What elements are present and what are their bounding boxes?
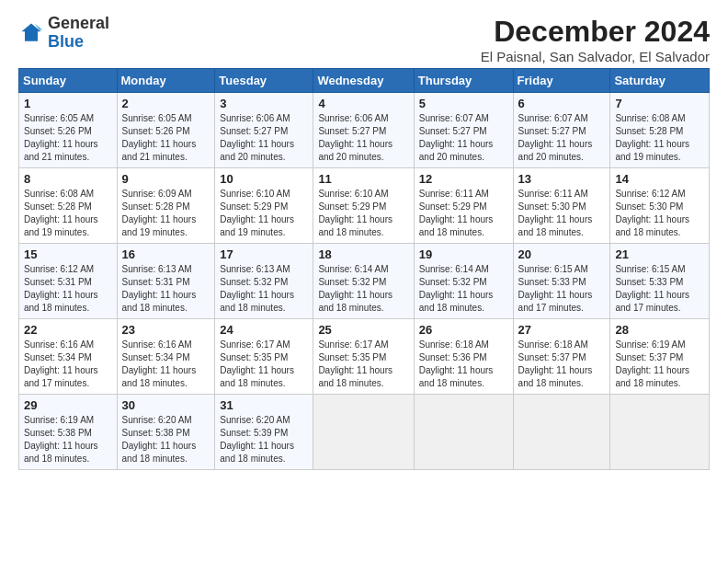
table-cell: 23Sunrise: 6:16 AM Sunset: 5:34 PM Dayli… (117, 319, 215, 395)
day-info: Sunrise: 6:18 AM Sunset: 5:37 PM Dayligh… (518, 339, 606, 390)
logo-text: General Blue (48, 15, 109, 52)
table-cell: 5Sunrise: 6:07 AM Sunset: 5:27 PM Daylig… (414, 93, 513, 168)
logo-blue: Blue (48, 32, 84, 51)
day-number: 5 (419, 97, 508, 110)
day-info: Sunrise: 6:15 AM Sunset: 5:33 PM Dayligh… (615, 263, 704, 315)
day-info: Sunrise: 6:11 AM Sunset: 5:30 PM Dayligh… (518, 188, 606, 239)
day-number: 4 (318, 97, 408, 110)
table-cell: 12Sunrise: 6:11 AM Sunset: 5:29 PM Dayli… (414, 168, 513, 244)
day-info: Sunrise: 6:11 AM Sunset: 5:29 PM Dayligh… (419, 188, 508, 239)
day-number: 10 (220, 172, 308, 186)
table-cell: 13Sunrise: 6:11 AM Sunset: 5:30 PM Dayli… (513, 168, 610, 244)
table-cell: 28Sunrise: 6:19 AM Sunset: 5:37 PM Dayli… (610, 319, 710, 395)
day-number: 24 (220, 323, 308, 337)
day-number: 13 (518, 172, 606, 186)
table-cell: 6Sunrise: 6:07 AM Sunset: 5:27 PM Daylig… (513, 93, 610, 168)
calendar-week-2: 8Sunrise: 6:08 AM Sunset: 5:28 PM Daylig… (19, 168, 710, 244)
day-number: 23 (122, 323, 210, 337)
day-info: Sunrise: 6:10 AM Sunset: 5:29 PM Dayligh… (220, 188, 308, 239)
day-number: 28 (615, 323, 704, 337)
day-info: Sunrise: 6:15 AM Sunset: 5:33 PM Dayligh… (518, 263, 606, 315)
table-cell: 8Sunrise: 6:08 AM Sunset: 5:28 PM Daylig… (19, 168, 118, 244)
day-number: 17 (220, 247, 308, 261)
day-info: Sunrise: 6:17 AM Sunset: 5:35 PM Dayligh… (318, 339, 408, 390)
table-cell: 29Sunrise: 6:19 AM Sunset: 5:38 PM Dayli… (19, 395, 118, 470)
table-cell (513, 395, 610, 470)
day-info: Sunrise: 6:17 AM Sunset: 5:35 PM Dayligh… (220, 339, 308, 390)
day-info: Sunrise: 6:10 AM Sunset: 5:29 PM Dayligh… (318, 188, 408, 239)
location-title: El Paisnal, San Salvador, El Salvador (481, 49, 710, 64)
table-cell: 25Sunrise: 6:17 AM Sunset: 5:35 PM Dayli… (313, 319, 414, 395)
day-number: 25 (318, 323, 408, 337)
day-info: Sunrise: 6:13 AM Sunset: 5:31 PM Dayligh… (122, 263, 210, 315)
day-number: 15 (24, 247, 112, 261)
table-cell: 24Sunrise: 6:17 AM Sunset: 5:35 PM Dayli… (215, 319, 313, 395)
header: General Blue December 2024 El Paisnal, S… (18, 15, 710, 64)
day-info: Sunrise: 6:12 AM Sunset: 5:31 PM Dayligh… (24, 263, 112, 315)
day-info: Sunrise: 6:19 AM Sunset: 5:37 PM Dayligh… (615, 339, 704, 390)
day-number: 1 (24, 97, 112, 110)
header-row: Sunday Monday Tuesday Wednesday Thursday… (19, 69, 710, 93)
col-saturday: Saturday (610, 69, 710, 93)
svg-marker-0 (22, 23, 41, 40)
table-cell: 31Sunrise: 6:20 AM Sunset: 5:39 PM Dayli… (215, 395, 313, 470)
day-number: 12 (419, 172, 508, 186)
calendar-body: 1Sunrise: 6:05 AM Sunset: 5:26 PM Daylig… (19, 93, 710, 470)
table-cell: 20Sunrise: 6:15 AM Sunset: 5:33 PM Dayli… (513, 244, 610, 319)
table-cell (610, 395, 710, 470)
day-info: Sunrise: 6:19 AM Sunset: 5:38 PM Dayligh… (24, 414, 112, 465)
col-friday: Friday (513, 69, 610, 93)
table-cell: 7Sunrise: 6:08 AM Sunset: 5:28 PM Daylig… (610, 93, 710, 168)
day-info: Sunrise: 6:14 AM Sunset: 5:32 PM Dayligh… (318, 263, 408, 315)
col-monday: Monday (117, 69, 215, 93)
logo-icon (18, 20, 44, 46)
day-info: Sunrise: 6:05 AM Sunset: 5:26 PM Dayligh… (24, 112, 112, 164)
day-number: 3 (220, 97, 308, 110)
table-cell: 2Sunrise: 6:05 AM Sunset: 5:26 PM Daylig… (117, 93, 215, 168)
day-info: Sunrise: 6:12 AM Sunset: 5:30 PM Dayligh… (615, 188, 704, 239)
table-cell: 14Sunrise: 6:12 AM Sunset: 5:30 PM Dayli… (610, 168, 710, 244)
table-cell: 30Sunrise: 6:20 AM Sunset: 5:38 PM Dayli… (117, 395, 215, 470)
calendar-header: Sunday Monday Tuesday Wednesday Thursday… (19, 69, 710, 93)
table-cell: 3Sunrise: 6:06 AM Sunset: 5:27 PM Daylig… (215, 93, 313, 168)
day-number: 7 (615, 97, 704, 110)
month-title: December 2024 (481, 15, 710, 49)
day-info: Sunrise: 6:06 AM Sunset: 5:27 PM Dayligh… (318, 112, 408, 164)
day-number: 29 (24, 398, 112, 412)
calendar-week-3: 15Sunrise: 6:12 AM Sunset: 5:31 PM Dayli… (19, 244, 710, 319)
day-info: Sunrise: 6:18 AM Sunset: 5:36 PM Dayligh… (419, 339, 508, 390)
table-cell: 9Sunrise: 6:09 AM Sunset: 5:28 PM Daylig… (117, 168, 215, 244)
table-cell: 27Sunrise: 6:18 AM Sunset: 5:37 PM Dayli… (513, 319, 610, 395)
day-info: Sunrise: 6:13 AM Sunset: 5:32 PM Dayligh… (220, 263, 308, 315)
day-number: 8 (24, 172, 112, 186)
table-cell: 4Sunrise: 6:06 AM Sunset: 5:27 PM Daylig… (313, 93, 414, 168)
col-tuesday: Tuesday (215, 69, 313, 93)
day-number: 31 (220, 398, 308, 412)
day-info: Sunrise: 6:08 AM Sunset: 5:28 PM Dayligh… (615, 112, 704, 164)
calendar-table: Sunday Monday Tuesday Wednesday Thursday… (18, 68, 710, 470)
table-cell: 16Sunrise: 6:13 AM Sunset: 5:31 PM Dayli… (117, 244, 215, 319)
table-cell: 21Sunrise: 6:15 AM Sunset: 5:33 PM Dayli… (610, 244, 710, 319)
logo-general: General (48, 14, 109, 32)
day-number: 16 (122, 247, 210, 261)
day-number: 14 (615, 172, 704, 186)
logo: General Blue (18, 15, 109, 52)
day-number: 21 (615, 247, 704, 261)
day-info: Sunrise: 6:06 AM Sunset: 5:27 PM Dayligh… (220, 112, 308, 164)
table-cell: 17Sunrise: 6:13 AM Sunset: 5:32 PM Dayli… (215, 244, 313, 319)
day-info: Sunrise: 6:05 AM Sunset: 5:26 PM Dayligh… (122, 112, 210, 164)
day-info: Sunrise: 6:08 AM Sunset: 5:28 PM Dayligh… (24, 188, 112, 239)
calendar-week-5: 29Sunrise: 6:19 AM Sunset: 5:38 PM Dayli… (19, 395, 710, 470)
day-info: Sunrise: 6:20 AM Sunset: 5:38 PM Dayligh… (122, 414, 210, 465)
day-number: 19 (419, 247, 508, 261)
day-number: 26 (419, 323, 508, 337)
table-cell: 10Sunrise: 6:10 AM Sunset: 5:29 PM Dayli… (215, 168, 313, 244)
day-info: Sunrise: 6:09 AM Sunset: 5:28 PM Dayligh… (122, 188, 210, 239)
day-number: 27 (518, 323, 606, 337)
day-number: 18 (318, 247, 408, 261)
table-cell (414, 395, 513, 470)
table-cell: 15Sunrise: 6:12 AM Sunset: 5:31 PM Dayli… (19, 244, 118, 319)
day-info: Sunrise: 6:07 AM Sunset: 5:27 PM Dayligh… (419, 112, 508, 164)
col-sunday: Sunday (19, 69, 118, 93)
table-cell (313, 395, 414, 470)
